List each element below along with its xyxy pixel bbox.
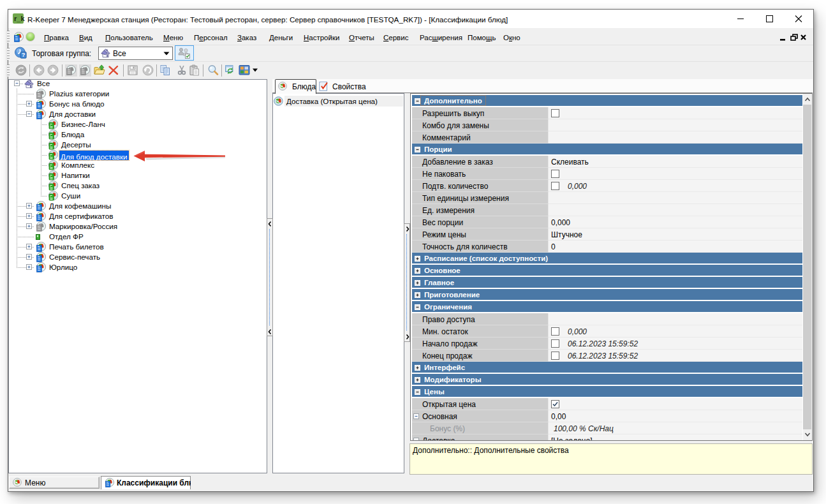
svg-text:?: ? [22,52,26,58]
